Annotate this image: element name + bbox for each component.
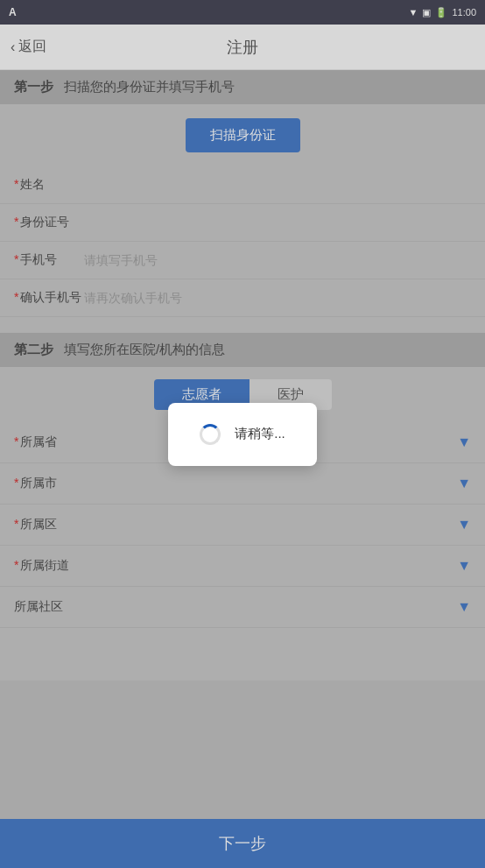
- loading-overlay: 请稍等...: [0, 0, 485, 868]
- loading-box: 请稍等...: [168, 403, 317, 466]
- loading-spinner: [200, 424, 221, 445]
- loading-text: 请稍等...: [235, 426, 285, 442]
